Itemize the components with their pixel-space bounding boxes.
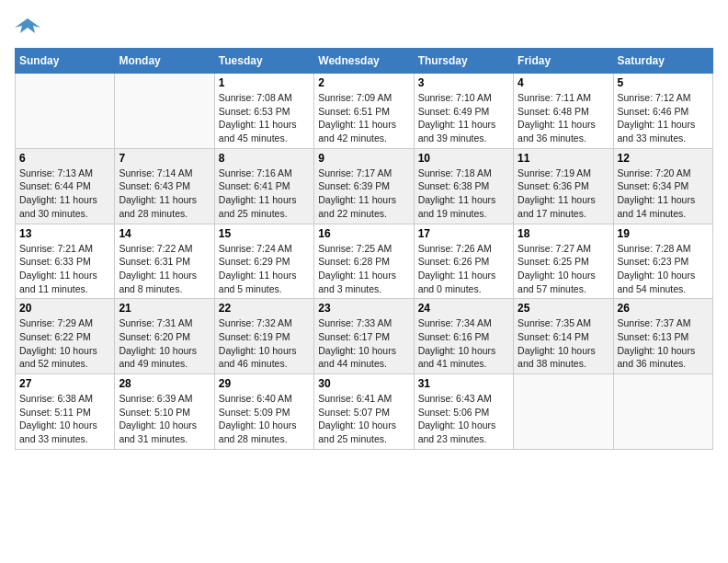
svg-marker-0: [15, 18, 40, 33]
day-info: Sunrise: 6:40 AM Sunset: 5:09 PM Dayligh…: [219, 392, 310, 446]
day-info: Sunrise: 7:13 AM Sunset: 6:44 PM Dayligh…: [19, 167, 110, 221]
calendar-cell: 2Sunrise: 7:09 AM Sunset: 6:51 PM Daylig…: [314, 74, 414, 149]
day-info: Sunrise: 7:20 AM Sunset: 6:34 PM Dayligh…: [618, 167, 709, 221]
calendar-cell: 29Sunrise: 6:40 AM Sunset: 5:09 PM Dayli…: [214, 374, 313, 450]
day-number: 6: [19, 152, 110, 165]
day-info: Sunrise: 7:24 AM Sunset: 6:29 PM Dayligh…: [219, 242, 310, 296]
day-info: Sunrise: 7:18 AM Sunset: 6:38 PM Dayligh…: [418, 167, 509, 221]
calendar-cell: 22Sunrise: 7:32 AM Sunset: 6:19 PM Dayli…: [214, 299, 313, 374]
calendar-cell: 1Sunrise: 7:08 AM Sunset: 6:53 PM Daylig…: [214, 74, 313, 149]
calendar-cell: 13Sunrise: 7:21 AM Sunset: 6:33 PM Dayli…: [16, 224, 115, 299]
calendar-cell: 9Sunrise: 7:17 AM Sunset: 6:39 PM Daylig…: [314, 148, 414, 224]
day-number: 28: [119, 377, 210, 390]
day-number: 4: [518, 76, 609, 89]
calendar-cell: 14Sunrise: 7:22 AM Sunset: 6:31 PM Dayli…: [115, 224, 214, 299]
day-info: Sunrise: 6:38 AM Sunset: 5:11 PM Dayligh…: [19, 392, 110, 446]
day-number: 17: [418, 227, 509, 240]
calendar-cell: 26Sunrise: 7:37 AM Sunset: 6:13 PM Dayli…: [613, 299, 712, 374]
day-info: Sunrise: 7:11 AM Sunset: 6:48 PM Dayligh…: [518, 91, 609, 145]
day-info: Sunrise: 7:17 AM Sunset: 6:39 PM Dayligh…: [318, 167, 409, 221]
calendar-header-row: SundayMondayTuesdayWednesdayThursdayFrid…: [16, 49, 713, 74]
day-number: 3: [418, 76, 509, 89]
calendar-cell: 8Sunrise: 7:16 AM Sunset: 6:41 PM Daylig…: [214, 148, 313, 224]
day-info: Sunrise: 7:26 AM Sunset: 6:26 PM Dayligh…: [418, 242, 509, 296]
day-info: Sunrise: 7:12 AM Sunset: 6:46 PM Dayligh…: [618, 91, 709, 145]
day-info: Sunrise: 7:25 AM Sunset: 6:28 PM Dayligh…: [318, 242, 409, 296]
day-number: 21: [119, 302, 210, 315]
calendar-cell: 18Sunrise: 7:27 AM Sunset: 6:25 PM Dayli…: [514, 224, 613, 299]
day-number: 13: [19, 227, 110, 240]
day-info: Sunrise: 7:27 AM Sunset: 6:25 PM Dayligh…: [518, 242, 609, 296]
day-info: Sunrise: 6:43 AM Sunset: 5:06 PM Dayligh…: [418, 392, 509, 446]
day-number: 27: [19, 377, 110, 390]
day-number: 24: [418, 302, 509, 315]
day-number: 16: [318, 227, 409, 240]
page-header: [15, 15, 713, 37]
day-info: Sunrise: 7:22 AM Sunset: 6:31 PM Dayligh…: [119, 242, 210, 296]
weekday-header-monday: Monday: [115, 49, 214, 74]
day-number: 30: [318, 377, 409, 390]
calendar-body: 1Sunrise: 7:08 AM Sunset: 6:53 PM Daylig…: [16, 74, 713, 450]
calendar-cell: 27Sunrise: 6:38 AM Sunset: 5:11 PM Dayli…: [16, 374, 115, 450]
day-number: 9: [318, 152, 409, 165]
calendar-cell: 21Sunrise: 7:31 AM Sunset: 6:20 PM Dayli…: [115, 299, 214, 374]
calendar-cell: 5Sunrise: 7:12 AM Sunset: 6:46 PM Daylig…: [613, 74, 712, 149]
calendar-cell: 4Sunrise: 7:11 AM Sunset: 6:48 PM Daylig…: [514, 74, 613, 149]
day-number: 31: [418, 377, 509, 390]
logo-icon: [15, 15, 40, 37]
day-info: Sunrise: 7:08 AM Sunset: 6:53 PM Dayligh…: [219, 91, 310, 145]
day-info: Sunrise: 7:21 AM Sunset: 6:33 PM Dayligh…: [19, 242, 110, 296]
weekday-header-wednesday: Wednesday: [314, 49, 414, 74]
day-number: 23: [318, 302, 409, 315]
day-number: 22: [219, 302, 310, 315]
calendar-cell: 24Sunrise: 7:34 AM Sunset: 6:16 PM Dayli…: [414, 299, 513, 374]
day-number: 18: [518, 227, 609, 240]
day-number: 11: [518, 152, 609, 165]
calendar-cell: [115, 74, 214, 149]
day-number: 15: [219, 227, 310, 240]
weekday-header-saturday: Saturday: [613, 49, 712, 74]
calendar-week-1: 1Sunrise: 7:08 AM Sunset: 6:53 PM Daylig…: [16, 74, 713, 149]
calendar-cell: 17Sunrise: 7:26 AM Sunset: 6:26 PM Dayli…: [414, 224, 513, 299]
logo: [15, 15, 44, 37]
day-number: 29: [219, 377, 310, 390]
day-number: 8: [219, 152, 310, 165]
day-info: Sunrise: 6:39 AM Sunset: 5:10 PM Dayligh…: [119, 392, 210, 446]
calendar-cell: 11Sunrise: 7:19 AM Sunset: 6:36 PM Dayli…: [514, 148, 613, 224]
calendar-cell: 3Sunrise: 7:10 AM Sunset: 6:49 PM Daylig…: [414, 74, 513, 149]
day-number: 7: [119, 152, 210, 165]
calendar-week-3: 13Sunrise: 7:21 AM Sunset: 6:33 PM Dayli…: [16, 224, 713, 299]
day-number: 5: [618, 76, 709, 89]
calendar-week-5: 27Sunrise: 6:38 AM Sunset: 5:11 PM Dayli…: [16, 374, 713, 450]
calendar-cell: [16, 74, 115, 149]
day-info: Sunrise: 7:19 AM Sunset: 6:36 PM Dayligh…: [518, 167, 609, 221]
weekday-header-sunday: Sunday: [16, 49, 115, 74]
calendar-cell: 25Sunrise: 7:35 AM Sunset: 6:14 PM Dayli…: [514, 299, 613, 374]
calendar-cell: 15Sunrise: 7:24 AM Sunset: 6:29 PM Dayli…: [214, 224, 313, 299]
calendar-cell: [613, 374, 712, 450]
weekday-header-thursday: Thursday: [414, 49, 513, 74]
calendar-week-2: 6Sunrise: 7:13 AM Sunset: 6:44 PM Daylig…: [16, 148, 713, 224]
day-number: 19: [618, 227, 709, 240]
day-info: Sunrise: 7:28 AM Sunset: 6:23 PM Dayligh…: [618, 242, 709, 296]
day-info: Sunrise: 7:10 AM Sunset: 6:49 PM Dayligh…: [418, 91, 509, 145]
day-number: 25: [518, 302, 609, 315]
day-info: Sunrise: 7:29 AM Sunset: 6:22 PM Dayligh…: [19, 316, 110, 371]
day-info: Sunrise: 7:34 AM Sunset: 6:16 PM Dayligh…: [418, 316, 509, 371]
day-info: Sunrise: 6:41 AM Sunset: 5:07 PM Dayligh…: [318, 392, 409, 446]
day-info: Sunrise: 7:33 AM Sunset: 6:17 PM Dayligh…: [318, 316, 409, 371]
calendar-cell: 10Sunrise: 7:18 AM Sunset: 6:38 PM Dayli…: [414, 148, 513, 224]
calendar-cell: 31Sunrise: 6:43 AM Sunset: 5:06 PM Dayli…: [414, 374, 513, 450]
day-info: Sunrise: 7:31 AM Sunset: 6:20 PM Dayligh…: [119, 316, 210, 371]
calendar-table: SundayMondayTuesdayWednesdayThursdayFrid…: [15, 48, 713, 450]
calendar-cell: [514, 374, 613, 450]
weekday-header-friday: Friday: [514, 49, 613, 74]
day-info: Sunrise: 7:37 AM Sunset: 6:13 PM Dayligh…: [618, 316, 709, 371]
day-number: 20: [19, 302, 110, 315]
day-number: 26: [618, 302, 709, 315]
day-number: 1: [219, 76, 310, 89]
calendar-cell: 12Sunrise: 7:20 AM Sunset: 6:34 PM Dayli…: [613, 148, 712, 224]
day-number: 14: [119, 227, 210, 240]
day-info: Sunrise: 7:32 AM Sunset: 6:19 PM Dayligh…: [219, 316, 310, 371]
calendar-cell: 23Sunrise: 7:33 AM Sunset: 6:17 PM Dayli…: [314, 299, 414, 374]
